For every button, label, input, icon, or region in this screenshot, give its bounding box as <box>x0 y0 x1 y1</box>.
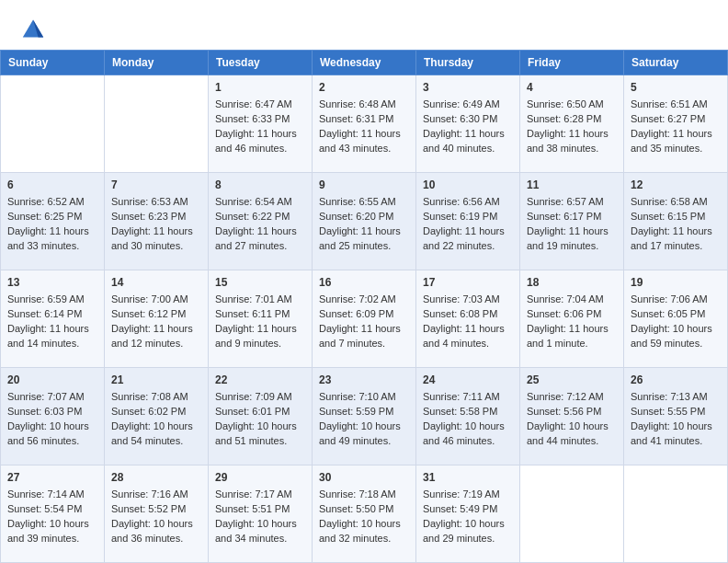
sunset-text: Sunset: 5:58 PM <box>423 406 497 417</box>
daylight-text: Daylight: 11 hours and 19 minutes. <box>527 225 609 251</box>
sunrise-text: Sunrise: 6:52 AM <box>7 196 85 207</box>
sunrise-text: Sunrise: 7:00 AM <box>111 293 188 304</box>
sunset-text: Sunset: 6:05 PM <box>631 308 705 319</box>
sunset-text: Sunset: 5:51 PM <box>215 503 290 514</box>
daylight-text: Daylight: 10 hours and 51 minutes. <box>215 420 297 446</box>
sunrise-text: Sunrise: 7:18 AM <box>319 488 396 500</box>
calendar-cell <box>624 465 728 563</box>
calendar-cell: 14Sunrise: 7:00 AMSunset: 6:12 PMDayligh… <box>105 270 209 368</box>
calendar-cell: 20Sunrise: 7:07 AMSunset: 6:03 PMDayligh… <box>1 368 105 465</box>
day-number: 26 <box>631 373 721 388</box>
sunset-text: Sunset: 6:14 PM <box>7 308 82 319</box>
sunrise-text: Sunrise: 7:11 AM <box>423 391 500 402</box>
day-number: 20 <box>7 373 97 388</box>
daylight-text: Daylight: 10 hours and 49 minutes. <box>319 420 401 446</box>
day-number: 22 <box>215 373 305 388</box>
calendar-cell: 4Sunrise: 6:50 AMSunset: 6:28 PMDaylight… <box>520 75 624 173</box>
daylight-text: Daylight: 10 hours and 41 minutes. <box>631 420 712 446</box>
sunset-text: Sunset: 5:49 PM <box>423 503 497 514</box>
calendar-cell: 13Sunrise: 6:59 AMSunset: 6:14 PMDayligh… <box>1 270 105 368</box>
sunrise-text: Sunrise: 7:14 AM <box>7 488 85 500</box>
daylight-text: Daylight: 11 hours and 9 minutes. <box>215 323 297 349</box>
day-number: 15 <box>215 275 305 291</box>
sunrise-text: Sunrise: 6:59 AM <box>7 293 85 304</box>
calendar-header-saturday: Saturday <box>624 51 728 75</box>
sunset-text: Sunset: 6:03 PM <box>7 406 82 417</box>
sunset-text: Sunset: 6:08 PM <box>423 308 497 319</box>
daylight-text: Daylight: 10 hours and 46 minutes. <box>423 420 505 446</box>
sunrise-text: Sunrise: 7:13 AM <box>631 391 708 402</box>
calendar-week-row: 27Sunrise: 7:14 AMSunset: 5:54 PMDayligh… <box>1 465 728 563</box>
sunrise-text: Sunrise: 7:19 AM <box>423 488 500 500</box>
calendar-cell: 31Sunrise: 7:19 AMSunset: 5:49 PMDayligh… <box>416 465 520 563</box>
calendar-cell: 23Sunrise: 7:10 AMSunset: 5:59 PMDayligh… <box>313 368 416 465</box>
daylight-text: Daylight: 10 hours and 36 minutes. <box>111 518 193 544</box>
sunset-text: Sunset: 5:59 PM <box>319 406 393 417</box>
sunrise-text: Sunrise: 7:09 AM <box>215 391 292 402</box>
calendar-cell: 15Sunrise: 7:01 AMSunset: 6:11 PMDayligh… <box>209 270 313 368</box>
day-number: 28 <box>111 470 201 486</box>
daylight-text: Daylight: 11 hours and 40 minutes. <box>423 128 505 154</box>
calendar-header-thursday: Thursday <box>416 51 520 75</box>
calendar-cell: 11Sunrise: 6:57 AMSunset: 6:17 PMDayligh… <box>520 173 624 270</box>
sunset-text: Sunset: 6:06 PM <box>527 308 601 319</box>
sunrise-text: Sunrise: 6:50 AM <box>527 98 604 109</box>
daylight-text: Daylight: 10 hours and 32 minutes. <box>319 518 401 544</box>
sunrise-text: Sunrise: 6:51 AM <box>631 98 708 109</box>
sunset-text: Sunset: 5:50 PM <box>319 503 393 514</box>
calendar-header-tuesday: Tuesday <box>209 51 313 75</box>
day-number: 29 <box>215 470 305 486</box>
calendar-cell: 18Sunrise: 7:04 AMSunset: 6:06 PMDayligh… <box>520 270 624 368</box>
sunrise-text: Sunrise: 7:07 AM <box>7 391 85 402</box>
sunset-text: Sunset: 6:30 PM <box>423 113 497 124</box>
daylight-text: Daylight: 11 hours and 27 minutes. <box>215 225 297 251</box>
sunset-text: Sunset: 6:17 PM <box>527 211 601 222</box>
calendar-cell: 2Sunrise: 6:48 AMSunset: 6:31 PMDaylight… <box>313 75 416 173</box>
day-number: 6 <box>7 178 97 193</box>
calendar-cell: 10Sunrise: 6:56 AMSunset: 6:19 PMDayligh… <box>416 173 520 270</box>
day-number: 12 <box>631 178 721 193</box>
daylight-text: Daylight: 10 hours and 39 minutes. <box>7 518 89 544</box>
day-number: 23 <box>319 373 409 388</box>
sunset-text: Sunset: 5:54 PM <box>7 503 82 514</box>
calendar-cell: 29Sunrise: 7:17 AMSunset: 5:51 PMDayligh… <box>209 465 313 563</box>
day-number: 17 <box>423 275 513 291</box>
day-number: 16 <box>319 275 409 291</box>
sunrise-text: Sunrise: 6:55 AM <box>319 196 396 207</box>
daylight-text: Daylight: 10 hours and 54 minutes. <box>111 420 193 446</box>
sunrise-text: Sunrise: 7:16 AM <box>111 488 188 500</box>
sunrise-text: Sunrise: 7:04 AM <box>527 293 604 304</box>
day-number: 4 <box>527 80 617 96</box>
calendar-header-friday: Friday <box>520 51 624 75</box>
logo <box>20 17 50 42</box>
day-number: 9 <box>319 178 409 193</box>
daylight-text: Daylight: 11 hours and 30 minutes. <box>111 225 193 251</box>
sunrise-text: Sunrise: 7:10 AM <box>319 391 396 402</box>
calendar-cell: 22Sunrise: 7:09 AMSunset: 6:01 PMDayligh… <box>209 368 313 465</box>
sunset-text: Sunset: 6:33 PM <box>215 113 290 124</box>
calendar-header-wednesday: Wednesday <box>313 51 416 75</box>
sunrise-text: Sunrise: 6:47 AM <box>215 98 292 109</box>
day-number: 1 <box>215 80 305 96</box>
sunrise-text: Sunrise: 6:56 AM <box>423 196 500 207</box>
daylight-text: Daylight: 11 hours and 17 minutes. <box>631 225 712 251</box>
sunrise-text: Sunrise: 6:53 AM <box>111 196 188 207</box>
sunrise-text: Sunrise: 7:17 AM <box>215 488 292 500</box>
day-number: 8 <box>215 178 305 193</box>
sunset-text: Sunset: 6:11 PM <box>215 308 290 319</box>
calendar-cell: 21Sunrise: 7:08 AMSunset: 6:02 PMDayligh… <box>105 368 209 465</box>
sunrise-text: Sunrise: 7:06 AM <box>631 293 708 304</box>
calendar-cell <box>1 75 105 173</box>
daylight-text: Daylight: 11 hours and 43 minutes. <box>319 128 401 154</box>
sunset-text: Sunset: 6:12 PM <box>111 308 186 319</box>
day-number: 24 <box>423 373 513 388</box>
calendar-table: SundayMondayTuesdayWednesdayThursdayFrid… <box>0 50 728 563</box>
calendar-cell: 17Sunrise: 7:03 AMSunset: 6:08 PMDayligh… <box>416 270 520 368</box>
calendar-cell: 12Sunrise: 6:58 AMSunset: 6:15 PMDayligh… <box>624 173 728 270</box>
sunrise-text: Sunrise: 7:03 AM <box>423 293 500 304</box>
day-number: 31 <box>423 470 513 486</box>
day-number: 27 <box>7 470 97 486</box>
daylight-text: Daylight: 10 hours and 59 minutes. <box>631 323 712 349</box>
sunset-text: Sunset: 6:15 PM <box>631 211 705 222</box>
page: SundayMondayTuesdayWednesdayThursdayFrid… <box>0 0 728 563</box>
